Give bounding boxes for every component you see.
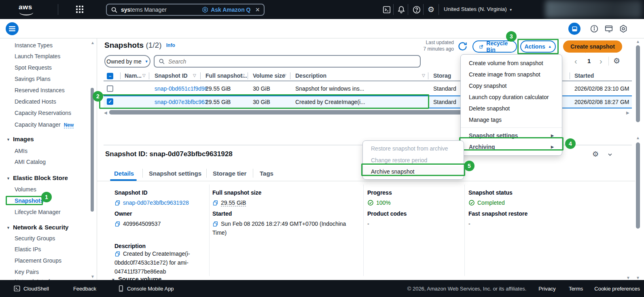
ask-amazon-q-button[interactable]: Ask Amazon Q [202, 6, 250, 13]
tab-storage-tier[interactable]: Storage tier [213, 170, 246, 177]
column-header-volume-size[interactable]: Volume size [253, 72, 285, 79]
close-search-icon[interactable] [255, 6, 260, 13]
table-scroll-right-icon[interactable] [626, 111, 629, 115]
tab-snapshot-settings[interactable]: Snapshot settings [149, 170, 201, 177]
sidebar-item-security-groups[interactable]: Security Groups [15, 235, 55, 242]
account-name-redacted[interactable] [545, 0, 642, 18]
cloudshell-icon[interactable] [382, 5, 391, 14]
amazon-q-hexagon-icon[interactable] [619, 24, 628, 33]
table-scroll-left-icon[interactable] [104, 111, 107, 115]
menu-item-create-volume[interactable]: Create volume from snapshot [461, 57, 562, 69]
submenu-item-archive-snapshot[interactable]: Archive snapshot [363, 166, 464, 177]
main-scroll-down-icon[interactable] [636, 276, 640, 280]
pagination-page-number[interactable]: 1 [587, 57, 591, 64]
sidebar-section-network-security[interactable]: Network & Security [6, 224, 68, 231]
footer-privacy-link[interactable]: Privacy [538, 286, 556, 292]
full-size-value[interactable]: 29.55 GiB [221, 199, 246, 206]
actions-button[interactable]: Actions [520, 40, 556, 53]
sidebar-scroll-down-icon[interactable] [91, 275, 95, 279]
sort-icon[interactable] [422, 73, 425, 78]
sidebar-item-capacity-reservations[interactable]: Capacity Reservations [15, 110, 71, 116]
column-header-started[interactable]: Started [574, 72, 594, 79]
sort-icon[interactable] [241, 73, 245, 78]
column-header-description[interactable]: Description [295, 72, 326, 79]
sidebar-item-dedicated-hosts[interactable]: Dedicated Hosts [15, 98, 56, 105]
sort-icon[interactable] [193, 73, 196, 78]
sidebar-item-placement-groups[interactable]: Placement Groups [15, 257, 61, 264]
info-link[interactable]: Info [166, 42, 175, 48]
menu-item-archiving[interactable]: Archiving [461, 141, 562, 153]
snapshot-id-link[interactable]: snap-0bd651c1f9d98... [155, 85, 207, 92]
sidebar-item-key-pairs[interactable]: Key Pairs [15, 269, 39, 275]
sidebar-scroll-up-icon[interactable] [91, 41, 95, 45]
sidebar-item-launch-templates[interactable]: Launch Templates [15, 53, 60, 59]
snapshot-id-link[interactable]: snap-0d07e3bfbc963... [155, 99, 207, 105]
copy-icon[interactable] [212, 200, 218, 206]
refresh-button[interactable] [457, 41, 468, 52]
menu-item-snapshot-settings[interactable]: Snapshot settings [461, 130, 562, 141]
sidebar-item-capacity-manager[interactable]: Capacity ManagerNew [15, 121, 74, 128]
table-preferences-gear-icon[interactable] [613, 56, 620, 66]
menu-item-copy-duration-calculator[interactable]: Launch copy duration calculator [461, 91, 562, 103]
copy-icon[interactable] [114, 251, 121, 257]
recycle-bin-button[interactable]: Recycle Bin [472, 40, 517, 53]
sort-icon[interactable] [142, 73, 146, 78]
main-vertical-scrollbar[interactable] [636, 45, 640, 122]
menu-item-create-image[interactable]: Create image from snapshot [461, 69, 562, 80]
menu-item-manage-tags[interactable]: Manage tags [461, 114, 562, 125]
footer-mobile-app-link[interactable]: Console Mobile App [127, 286, 174, 292]
footer-terms-link[interactable]: Terms [569, 286, 583, 292]
panel-vertical-scrollbar[interactable] [636, 142, 640, 229]
copy-icon[interactable] [212, 221, 218, 227]
panel-collapse-chevron-icon[interactable] [607, 151, 613, 158]
notifications-bell-icon[interactable] [397, 5, 406, 14]
pagination-prev-icon[interactable] [574, 57, 577, 66]
column-header-full-snapshot[interactable]: Full snapshot... [205, 72, 247, 79]
owned-by-filter-dropdown[interactable]: Owned by me [104, 55, 150, 68]
footer-cookie-preferences-link[interactable]: Cookie preferences [594, 286, 640, 292]
region-selector[interactable]: United States (N. Virginia) [444, 6, 513, 12]
panel-preferences-gear-icon[interactable] [592, 150, 599, 159]
sort-icon[interactable] [283, 73, 286, 78]
split-panel-button[interactable] [568, 23, 580, 35]
sidebar-scrollbar[interactable] [91, 88, 94, 212]
sidebar-item-ami-catalog[interactable]: AMI Catalog [15, 159, 46, 165]
column-header-name[interactable]: Nam... [125, 72, 142, 79]
panel-scroll-down-icon[interactable] [626, 276, 630, 280]
sidebar-item-snapshots[interactable]: Snapshots [15, 197, 44, 204]
panel-scroll-up-icon[interactable] [636, 136, 640, 140]
table-horizontal-scrollbar[interactable] [109, 110, 475, 115]
aws-logo[interactable]: aws [19, 3, 40, 16]
cloudshell-icon[interactable] [13, 285, 21, 292]
settings-gear-icon[interactable] [428, 5, 436, 14]
snapshot-id-value-link[interactable]: snap-0d07e3bfbc9631928 [123, 199, 189, 206]
sidebar-section-elastic-block-store[interactable]: Elastic Block Store [6, 174, 68, 181]
search-input[interactable] [168, 58, 416, 65]
row-checkbox-checked[interactable]: ✓ [107, 98, 113, 105]
unified-search-bar[interactable]: systems Manager Ask Amazon Q [106, 4, 265, 16]
create-snapshot-button[interactable]: Create snapshot [563, 40, 622, 53]
copy-icon[interactable] [114, 221, 121, 227]
column-header-snapshot-id[interactable]: Snapshot ID [155, 72, 188, 79]
row-checkbox[interactable] [107, 85, 113, 92]
apps-grid-icon[interactable] [76, 6, 84, 14]
info-icon[interactable] [590, 24, 599, 33]
sidebar-item-volumes[interactable]: Volumes [15, 186, 36, 193]
sidebar-item-instance-types[interactable]: Instance Types [15, 42, 53, 49]
sidebar-item-lifecycle-manager[interactable]: Lifecycle Manager [15, 209, 61, 215]
main-scroll-up-icon[interactable] [636, 40, 640, 44]
sidebar-item-amis[interactable]: AMIs [15, 148, 28, 154]
footer-cloudshell-link[interactable]: CloudShell [23, 286, 49, 292]
feedback-window-icon[interactable] [604, 24, 613, 33]
tab-details[interactable]: Details [114, 170, 134, 177]
sidebar-item-spot-requests[interactable]: Spot Requests [15, 64, 52, 71]
sidebar-toggle-button[interactable] [6, 22, 19, 35]
select-all-checkbox[interactable]: – [107, 73, 113, 79]
tab-tags[interactable]: Tags [260, 170, 273, 177]
sidebar-section-images[interactable]: Images [6, 136, 34, 142]
column-header-storage[interactable]: Storag [433, 72, 451, 79]
pagination-next-icon[interactable] [600, 57, 602, 66]
footer-feedback-link[interactable]: Feedback [73, 286, 96, 292]
menu-item-delete-snapshot[interactable]: Delete snapshot [461, 103, 562, 114]
menu-item-copy-snapshot[interactable]: Copy snapshot [461, 80, 562, 91]
